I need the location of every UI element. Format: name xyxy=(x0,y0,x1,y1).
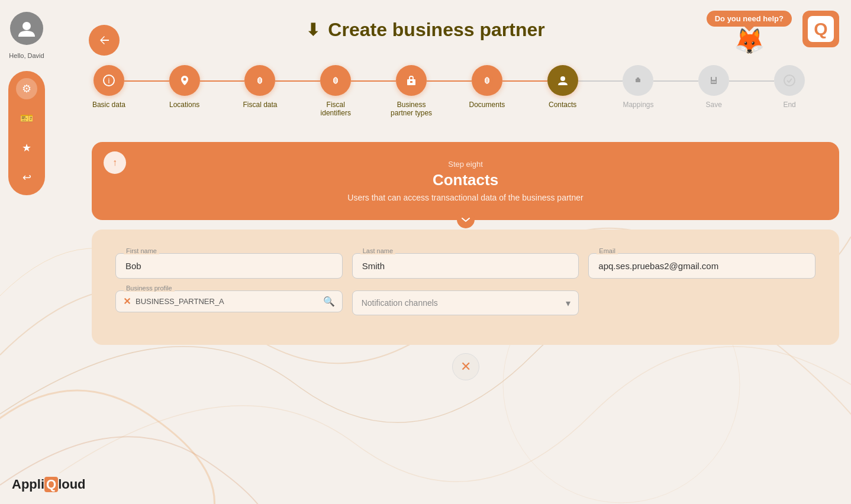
step-circle-mappings xyxy=(623,65,653,96)
last-name-field: Last name xyxy=(352,253,579,279)
step-business-partner-types[interactable]: Business partner types xyxy=(373,65,449,117)
step-label-end: End xyxy=(783,101,795,109)
step-save[interactable]: Save xyxy=(676,65,752,109)
step-description: Users that can access transactional data… xyxy=(115,193,815,202)
close-button[interactable]: ✕ xyxy=(452,353,479,380)
email-label: Email xyxy=(597,247,618,254)
form-row-1: First name Last name Email xyxy=(115,253,815,279)
step-circle-basic-data: i xyxy=(94,65,124,96)
step-locations[interactable]: Locations xyxy=(147,65,223,109)
connector-9 xyxy=(729,80,774,82)
step-circle-end xyxy=(774,65,805,96)
step-label-basic-data: Basic data xyxy=(92,101,125,109)
connector-5 xyxy=(427,80,472,82)
main-content: ↑ Step eight Contacts Users that can acc… xyxy=(92,142,839,345)
business-profile-input-container: ✕ 🔍 xyxy=(115,290,343,312)
step-chevron[interactable] xyxy=(457,211,475,228)
help-area: Do you need help? 🦊 xyxy=(707,11,792,54)
svg-rect-20 xyxy=(711,81,716,82)
first-name-label: First name xyxy=(124,247,159,254)
email-input[interactable] xyxy=(588,253,815,279)
business-profile-label: Business profile xyxy=(124,285,175,292)
sidebar-pill: ⚙ 🎫 ★ ↩ xyxy=(8,71,45,195)
help-bubble[interactable]: Do you need help? xyxy=(707,11,792,27)
email-field: Email xyxy=(588,253,815,279)
step-label-business-partner-types: Business partner types xyxy=(388,101,435,117)
step-label-documents: Documents xyxy=(469,101,505,109)
step-circle-fiscal-identifiers xyxy=(320,65,351,96)
sidebar-item-logout[interactable]: ↩ xyxy=(16,167,37,188)
svg-rect-16 xyxy=(637,77,639,79)
step-card: ↑ Step eight Contacts Users that can acc… xyxy=(92,142,839,220)
avatar xyxy=(10,12,43,45)
form-area: First name Last name Email Business prof… xyxy=(92,230,839,345)
first-name-input[interactable] xyxy=(115,253,343,279)
user-greeting: Hello, David xyxy=(9,52,44,59)
notification-channels-field: Email SMS Push notification Notification… xyxy=(352,290,579,315)
step-label-fiscal-data: Fiscal data xyxy=(243,101,277,109)
step-label-mappings: Mappings xyxy=(623,101,653,109)
step-basic-data[interactable]: i Basic data xyxy=(71,65,147,109)
step-label-fiscal-identifiers: Fiscal identifiers xyxy=(312,101,359,117)
fox-mascot: 🦊 xyxy=(734,29,765,54)
svg-point-1 xyxy=(22,22,31,30)
step-title: Contacts xyxy=(115,171,815,189)
step-fiscal-data[interactable]: Fiscal data xyxy=(223,65,298,109)
step-end[interactable]: End xyxy=(752,65,827,109)
page-title-container: ⬇ Create business partner xyxy=(306,19,544,41)
logo-q: Q xyxy=(44,477,58,492)
step-mappings[interactable]: Mappings xyxy=(601,65,676,109)
connector-6 xyxy=(502,80,547,82)
svg-point-13 xyxy=(560,76,565,81)
svg-rect-10 xyxy=(410,81,412,83)
logo-suffix: loud xyxy=(58,477,85,492)
connector-1 xyxy=(124,80,169,82)
app-logo: AppliQloud xyxy=(12,477,86,492)
svg-point-22 xyxy=(784,75,795,86)
business-profile-field: Business profile ✕ 🔍 xyxy=(115,290,343,315)
step-contacts[interactable]: Contacts xyxy=(525,65,601,109)
first-name-field: First name xyxy=(115,253,343,279)
q-logo: Q xyxy=(808,16,834,42)
connector-4 xyxy=(351,80,396,82)
close-icon: ✕ xyxy=(460,359,471,374)
business-profile-input[interactable] xyxy=(136,297,318,306)
page-title: Create business partner xyxy=(328,19,544,41)
connector-7 xyxy=(578,80,623,82)
logo-prefix: Appli xyxy=(12,477,44,492)
svg-rect-19 xyxy=(712,77,715,80)
notification-channels-select[interactable]: Email SMS Push notification xyxy=(352,290,579,315)
business-profile-clear-button[interactable]: ✕ xyxy=(123,296,131,307)
svg-text:i: i xyxy=(108,76,109,85)
sidebar-item-favorites[interactable]: ★ xyxy=(16,137,37,159)
step-circle-documents xyxy=(472,65,502,96)
connector-8 xyxy=(653,80,698,82)
step-circle-save xyxy=(698,65,729,96)
last-name-input[interactable] xyxy=(352,253,579,279)
sidebar: Hello, David ⚙ 🎫 ★ ↩ xyxy=(0,0,53,504)
business-profile-search-icon[interactable]: 🔍 xyxy=(323,296,335,307)
step-label-contacts: Contacts xyxy=(549,101,576,109)
step-circle-business-partner-types xyxy=(396,65,427,96)
stepper: i Basic data Locations Fiscal data Fisca… xyxy=(59,65,839,117)
step-number: Step eight xyxy=(115,160,815,169)
empty-space xyxy=(588,290,815,315)
step-label-save: Save xyxy=(706,101,722,109)
last-name-label: Last name xyxy=(360,247,395,254)
connector-2 xyxy=(200,80,245,82)
svg-point-4 xyxy=(183,78,186,81)
step-circle-locations xyxy=(169,65,200,96)
back-button[interactable] xyxy=(89,25,120,56)
step-label-locations: Locations xyxy=(169,101,199,109)
step-fiscal-identifiers[interactable]: Fiscal identifiers xyxy=(298,65,373,117)
sidebar-item-settings[interactable]: ⚙ xyxy=(16,78,37,99)
q-button[interactable]: Q xyxy=(802,11,839,47)
step-circle-fiscal-data xyxy=(244,65,275,96)
step-documents[interactable]: Documents xyxy=(449,65,525,109)
form-row-2: Business profile ✕ 🔍 Email SMS Push noti… xyxy=(115,290,815,315)
sidebar-item-tickets[interactable]: 🎫 xyxy=(16,108,37,129)
connector-3 xyxy=(275,80,320,82)
title-icon: ⬇ xyxy=(306,20,320,40)
step-circle-contacts xyxy=(547,65,578,96)
step-card-back-button[interactable]: ↑ xyxy=(104,151,126,174)
